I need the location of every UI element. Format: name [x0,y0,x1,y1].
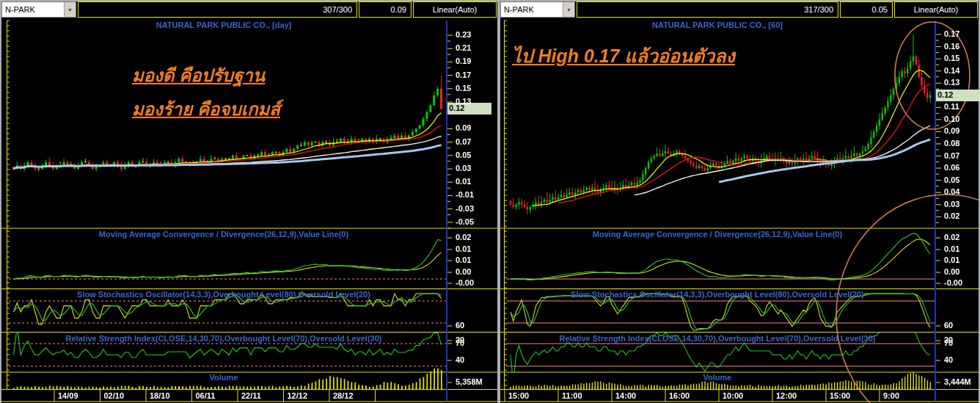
symbol-combobox[interactable]: N-PARK ▼ [500,1,575,18]
change-value: 0.05 [872,5,888,14]
symbol-value: N-PARK [2,5,64,14]
x-axis-label: 22/11 [241,391,261,400]
x-axis-label: 10:00 [723,391,743,400]
x-axis-label: 02/10 [104,391,125,400]
price-axis-label: -0.01 [456,190,474,199]
change-field: 0.05 [840,1,893,18]
x-axis-label: 16:00 [669,391,690,400]
price-axis-label: 0.11 [944,102,959,111]
rsi-axis-label: 70 [944,338,953,347]
chevron-down-icon[interactable]: ▼ [64,2,76,17]
volume-panel-title: Volume [500,373,935,382]
macd-panel-title: Moving Average Convergence / Divergence(… [1,230,446,239]
x-axis-label: 11:00 [562,391,582,400]
price-axis-label: 0.08 [944,139,959,148]
price-axis-label: 0.13 [944,78,959,87]
price-axis-label: 0.17 [944,29,959,38]
change-value: 0.09 [391,5,406,14]
x-axis-label: 28/12 [333,391,354,400]
price-axis-label: 0.07 [456,137,471,146]
scale-mode-button[interactable]: Linear(Auto) [413,1,497,18]
stoch-axis-label: 60 [456,321,464,330]
macd-axis-label: -0.00 [944,278,962,287]
left-annotation-line2: มองร้าย คือจบเกมส์ [132,92,280,126]
price-axis-label: 0.03 [944,200,959,208]
x-axis-label: 14:00 [615,391,636,400]
stoch-panel-title: Slow Stochastics Oscillator(14,3,3),Over… [500,290,935,299]
volume-total-label: 5,358M [456,377,483,386]
price-axis-label: 0.13 [456,97,471,106]
x-axis-label: 9:00 [883,391,899,400]
x-axis-label: 06/11 [196,391,216,400]
price-axis-label: 0.19 [456,57,471,65]
macd-axis-label: 0.02 [944,233,959,242]
price-axis-label: -0.05 [456,217,474,226]
rsi-panel-title: Relative Strength Index(CLOSE,14,30,70),… [1,334,446,343]
x-axis-label: 12:00 [776,391,797,400]
bar-count-value: 307/300 [323,5,352,14]
macd-axis-label: 0.01 [456,255,471,264]
symbol-value: N-PARK [501,5,563,14]
right-chart-title: NATURAL PARK PUBLIC CO., [60] [500,21,935,29]
price-axis-label: 0.05 [944,175,959,184]
macd-axis-label: 0.01 [456,244,471,253]
price-axis-label: 0.09 [944,126,959,135]
right-chart-window: N-PARK ▼ 317/300 0.05 Linear(Auto) NATUR… [500,1,979,403]
chevron-down-icon[interactable]: ▼ [563,2,574,17]
left-chart-area: NATURAL PARK PUBLIC CO., [day] มองดี คือ… [1,18,497,403]
price-axis-label: 0.10 [944,115,959,123]
bar-count-value: 317/300 [804,5,833,14]
rsi-axis-label: 40 [456,355,464,364]
x-axis-label: 14/09 [58,391,78,400]
price-axis-label: -0.03 [456,204,474,213]
scale-mode-button[interactable]: Linear(Auto) [894,1,978,18]
left-annotation: มองดี คือปรับฐาน มองร้าย คือจบเกมส์ [132,59,280,126]
price-axis-label: 0.04 [944,187,959,196]
scale-mode-value: Linear(Auto) [914,5,959,14]
left-annotation-line1: มองดี คือปรับฐาน [132,59,280,92]
macd-axis-label: 0.01 [944,244,959,253]
volume-total-label: 3,444M [944,377,971,386]
price-axis-label: 0.14 [944,66,959,75]
scale-mode-value: Linear(Auto) [433,5,478,14]
x-axis-label: 12/12 [288,391,308,400]
price-axis-label: 0.01 [456,177,471,186]
price-axis-label: 0.06 [944,163,959,172]
rsi-axis-label: 40 [944,355,953,364]
symbol-combobox[interactable]: N-PARK ▼ [1,1,76,18]
price-axis-label: 0.23 [456,30,471,39]
price-axis-label: 0.21 [456,43,471,52]
right-chart-canvas[interactable] [500,18,979,403]
left-toolbar: N-PARK ▼ 307/300 0.09 Linear(Auto) [1,1,497,18]
rsi-panel-title: Relative Strength Index(CLOSE,14,30,70),… [500,334,935,343]
price-axis-label: 0.07 [944,151,959,160]
macd-axis-label: 0.00 [944,267,959,276]
rsi-axis-label: 70 [456,338,464,347]
right-toolbar: N-PARK ▼ 317/300 0.05 Linear(Auto) [500,1,979,18]
left-chart-title: NATURAL PARK PUBLIC CO., [day] [1,21,446,29]
price-axis-label: 0.15 [944,54,959,62]
price-axis-label: 0.17 [456,70,471,79]
bar-count-field: 317/300 [577,1,838,18]
right-annotation: ไป High 0.17 แล้วอ่อนตัวลง [512,41,735,70]
price-axis-label: 0.16 [944,42,959,51]
last-price-tag: 0.12 [936,90,980,101]
price-axis-label: 0.03 [456,164,471,173]
price-axis-label: 0.02 [944,211,959,220]
macd-axis-label: 0.00 [456,267,471,276]
price-axis-label: 0.05 [456,150,471,159]
price-axis-label: 0.15 [456,84,471,92]
change-field: 0.09 [359,1,412,18]
volume-panel-title: Volume [1,373,446,382]
macd-axis-label: 0.01 [944,255,959,264]
x-axis-label: 15:00 [830,391,850,400]
stoch-panel-title: Slow Stochastics Oscillator(14,3,3),Over… [1,290,446,299]
left-chart-window: N-PARK ▼ 307/300 0.09 Linear(Auto) NATUR… [1,1,497,403]
macd-axis-label: -0.00 [456,278,474,287]
macd-axis-label: 0.02 [456,233,471,242]
stoch-axis-label: 60 [944,321,953,330]
x-axis-label: 15:00 [508,391,529,400]
price-axis-label: 0.09 [456,123,471,132]
bar-count-field: 307/300 [78,1,357,18]
x-axis-label: 18/10 [150,391,170,400]
